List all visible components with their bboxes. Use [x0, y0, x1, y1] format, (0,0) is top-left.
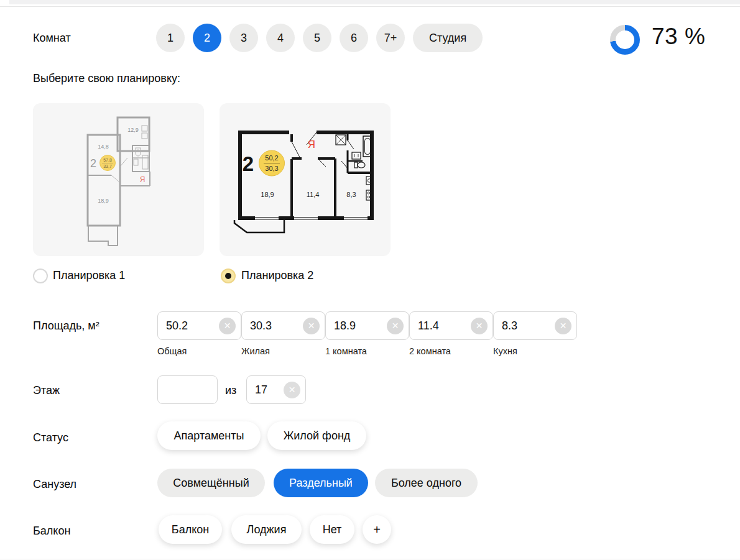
area-room1-caption: 1 комната [325, 346, 367, 356]
rooms-option-6[interactable]: 6 [340, 24, 368, 52]
plan2-radio-label[interactable]: Планировка 2 [241, 269, 313, 282]
plan2-room1-area: 18,9 [261, 191, 274, 198]
floorplan-1-image: 12,9 14,8 18,9 2 57,8 33,7 Я [33, 103, 204, 256]
area-living-field[interactable]: ✕ [241, 311, 325, 340]
floor-of-label: из [225, 384, 236, 397]
rooms-option-2-selected[interactable]: 2 [193, 24, 221, 52]
area-room2-input[interactable] [410, 319, 471, 333]
layout-section-title: Выберите свою планировку: [33, 72, 180, 85]
balcony-option-loggia[interactable]: Лоджия [231, 515, 302, 544]
plan1-radio[interactable] [33, 269, 48, 283]
bathroom-option-combined[interactable]: Совмещённый [157, 469, 265, 497]
area-kitchen-caption: Кухня [493, 346, 517, 356]
status-option-housing[interactable]: Жилой фонд [267, 421, 366, 450]
plan2-kitchen-area: 8,3 [346, 191, 356, 198]
area-room2-field[interactable]: ✕ [409, 311, 493, 340]
area-room1-field[interactable]: ✕ [325, 311, 409, 340]
bottom-divider-line [0, 559, 740, 559]
rooms-option-3[interactable]: 3 [229, 24, 258, 52]
plan1-total-area: 57,8 [103, 158, 112, 162]
plan1-rooms-badge: 2 [90, 157, 96, 170]
floorplan-2-image: 2 50,2 30,3 18,9 11,4 8,3 Я [220, 103, 391, 256]
rooms-option-studio[interactable]: Студия [413, 24, 483, 52]
rooms-option-1[interactable]: 1 [156, 24, 185, 52]
area-living-caption: Жилая [241, 346, 270, 356]
plan1-yandex-logo: Я [140, 175, 146, 184]
plan1-kitchen-area: 12,9 [127, 127, 139, 133]
area-room2-caption: 2 комната [409, 346, 451, 356]
plan1-room1-area: 14,8 [98, 144, 109, 150]
top-strip-notch [0, 0, 9, 4]
rooms-option-5[interactable]: 5 [303, 24, 331, 52]
plan-card-2[interactable]: 2 50,2 30,3 18,9 11,4 8,3 Я [220, 103, 391, 256]
balcony-option-balcony[interactable]: Балкон [159, 515, 222, 544]
clear-icon[interactable]: ✕ [219, 318, 236, 334]
progress-percent: 73 % [652, 24, 705, 50]
clear-icon[interactable]: ✕ [303, 318, 320, 334]
top-divider-line [0, 6, 740, 7]
plan2-total-area: 50,2 [265, 154, 278, 162]
plan1-living-area: 33,7 [103, 164, 112, 168]
area-label: Площадь, м² [33, 319, 99, 333]
status-option-apartments[interactable]: Апартаменты [157, 421, 261, 450]
plan2-rooms-badge: 2 [243, 152, 254, 175]
bathroom-option-separate-selected[interactable]: Раздельный [274, 469, 368, 497]
bathroom-option-more-than-one[interactable]: Более одного [375, 469, 478, 497]
rooms-label: Комнат [33, 32, 71, 45]
bathroom-label: Санузел [33, 478, 76, 491]
clear-icon[interactable]: ✕ [387, 318, 404, 334]
status-label: Статус [33, 431, 68, 444]
floor-label: Этаж [33, 384, 60, 397]
rooms-option-7plus[interactable]: 7+ [376, 24, 405, 52]
plan2-yandex-logo: Я [308, 139, 315, 150]
balcony-option-add[interactable]: + [363, 515, 391, 544]
floor-total-field[interactable]: ✕ [246, 375, 306, 404]
area-kitchen-input[interactable] [494, 319, 555, 333]
area-total-input[interactable] [158, 319, 219, 333]
plan2-room2-area: 11,4 [307, 191, 320, 198]
floor-field[interactable] [157, 375, 218, 404]
progress-donut-icon [610, 25, 640, 55]
area-total-caption: Общая [157, 346, 187, 356]
area-total-field[interactable]: ✕ [157, 311, 241, 340]
plan-card-1[interactable]: 12,9 14,8 18,9 2 57,8 33,7 Я [33, 103, 204, 256]
plan2-radio-checked[interactable] [221, 269, 236, 283]
plan1-radio-label[interactable]: Планировка 1 [53, 269, 125, 282]
clear-icon[interactable]: ✕ [284, 382, 300, 398]
top-strip [0, 0, 740, 4]
balcony-option-none[interactable]: Нет [310, 515, 354, 544]
clear-icon[interactable]: ✕ [555, 318, 571, 334]
area-room1-input[interactable] [326, 319, 387, 333]
plan1-room2-area: 18,9 [98, 198, 109, 204]
plan2-living-area: 30,3 [265, 165, 278, 172]
balcony-label: Балкон [33, 525, 70, 538]
clear-icon[interactable]: ✕ [471, 318, 488, 334]
floor-total-input[interactable] [247, 383, 284, 397]
area-living-input[interactable] [242, 319, 303, 333]
area-kitchen-field[interactable]: ✕ [493, 311, 577, 340]
floor-input[interactable] [158, 383, 217, 397]
rooms-option-4[interactable]: 4 [266, 24, 295, 52]
